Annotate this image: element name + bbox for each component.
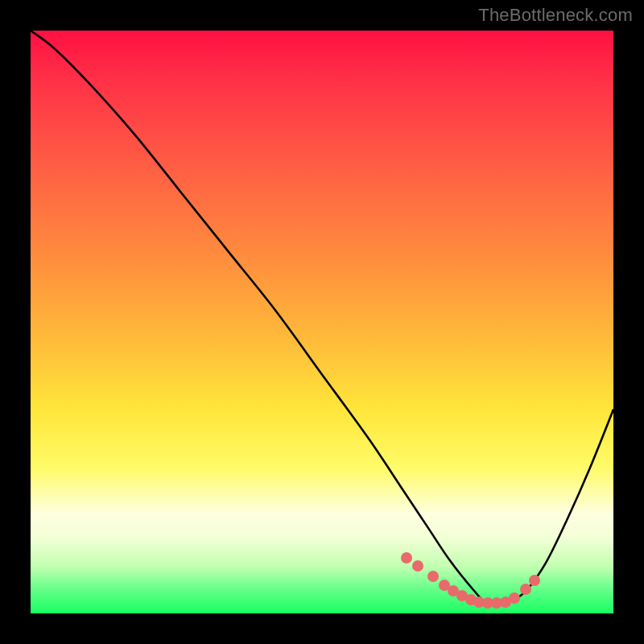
highlight-dot — [412, 560, 423, 572]
highlight-dot — [520, 584, 531, 595]
bottleneck-curve-path — [31, 31, 613, 603]
watermark-text: TheBottleneck.com — [478, 5, 633, 26]
highlight-dot — [427, 571, 439, 582]
highlight-dot — [509, 592, 520, 604]
plot-area — [31, 31, 613, 613]
curve-layer — [31, 31, 613, 613]
chart-stage: TheBottleneck.com — [0, 0, 644, 644]
